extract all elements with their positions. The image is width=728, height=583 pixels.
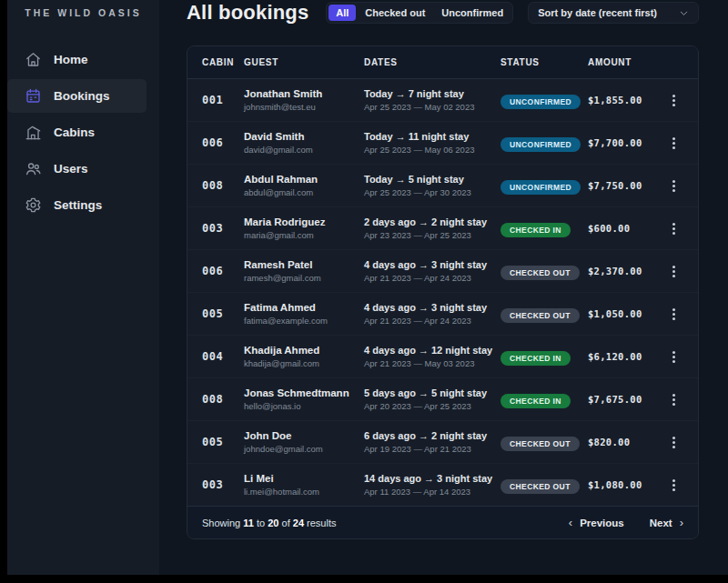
date-range: Apr 25 2023 — May 02 2023 [364, 102, 500, 112]
previous-button[interactable]: ‹ Previous [569, 517, 624, 528]
guest-cell: Li Mei li.mei@hotmail.com [244, 473, 364, 497]
guest-name: Li Mei [244, 473, 364, 484]
guest-email: johndoe@gmail.com [244, 444, 364, 454]
table-row: 004 Khadija Ahmed khadija@gmail.com 4 da… [187, 336, 698, 378]
guest-email: johnsmith@test.eu [244, 102, 364, 112]
dates-cell: 4 days ago → 3 night stay Apr 21 2023 — … [364, 259, 500, 283]
table-row: 001 Jonathan Smith johnsmith@test.eu Tod… [187, 79, 698, 122]
next-button[interactable]: Next › [650, 517, 683, 528]
cabin-number: 008 [202, 393, 244, 406]
cabin-number: 008 [202, 179, 244, 192]
guest-name: Jonas Schmedtmann [244, 387, 364, 398]
guest-email: abdul@gmail.com [244, 187, 364, 197]
sidebar-item-cabins[interactable]: Cabins [7, 116, 147, 149]
sidebar-item-home[interactable]: Home [7, 43, 147, 76]
status-filter-group: AllChecked outUnconfirmed [326, 2, 513, 24]
cabin-number: 003 [202, 478, 244, 491]
sort-select[interactable]: Sort by date (recent first) [528, 2, 699, 24]
kebab-icon [672, 270, 675, 273]
cabin-icon [25, 124, 42, 141]
gear-icon [25, 196, 42, 214]
kebab-icon [672, 484, 675, 487]
table-row: 008 Jonas Schmedtmann hello@jonas.io 5 d… [187, 378, 698, 421]
table-row: 008 Abdul Rahman abdul@gmail.com Today →… [187, 165, 698, 207]
dates-cell: Today → 7 night stay Apr 25 2023 — May 0… [364, 88, 500, 112]
status-badge: Checked in [500, 394, 571, 408]
guest-name: Abdul Rahman [244, 174, 364, 185]
amount: $7,675.00 [588, 394, 664, 405]
guest-cell: David Smith david@gmail.com [244, 131, 364, 155]
cabin-number: 005 [202, 436, 244, 448]
amount: $6,120.00 [588, 351, 664, 362]
table-footer: Showing 11 to 20 of 24 results ‹ Previou… [187, 506, 698, 538]
status-cell: Checked out [500, 477, 588, 494]
filter-unconfirmed[interactable]: Unconfirmed [434, 5, 511, 21]
guest-cell: John Doe johndoe@gmail.com [244, 430, 364, 454]
calendar-icon [25, 87, 42, 105]
column-header-guest: Guest [244, 57, 364, 67]
row-menu-button[interactable] [664, 266, 682, 276]
row-menu-button[interactable] [664, 181, 682, 191]
status-badge: Checked out [500, 308, 580, 323]
cabin-number: 001 [202, 94, 244, 106]
kebab-icon [672, 398, 675, 401]
dates-cell: 14 days ago → 3 night stay Apr 11 2023 —… [364, 473, 500, 497]
guest-cell: Jonas Schmedtmann hello@jonas.io [244, 387, 364, 411]
row-menu-button[interactable] [664, 395, 682, 405]
results-from: 11 [243, 518, 254, 528]
row-menu-button[interactable] [664, 309, 682, 319]
status-cell: Checked out [500, 434, 588, 451]
sidebar-item-bookings[interactable]: Bookings [7, 79, 147, 113]
pagination: ‹ Previous Next › [569, 517, 683, 528]
row-menu-button[interactable] [664, 480, 682, 490]
row-menu-button[interactable] [664, 352, 682, 362]
home-icon [25, 51, 42, 68]
kebab-icon [672, 99, 675, 102]
column-header-dates: Dates [364, 57, 500, 67]
users-icon [25, 160, 42, 177]
amount: $1,050.00 [588, 308, 664, 319]
row-menu-button[interactable] [664, 224, 682, 234]
app-frame: THE WILD OASIS Home Bookings Cabins User… [7, 0, 728, 575]
kebab-icon [672, 185, 675, 187]
status-cell: Unconfirmed [500, 135, 588, 152]
cabin-number: 004 [202, 350, 244, 363]
stay-summary: Today → 7 night stay [364, 88, 500, 99]
sidebar-item-users[interactable]: Users [7, 152, 147, 186]
results-to: 20 [268, 518, 278, 528]
kebab-icon [672, 227, 675, 230]
date-range: Apr 19 2023 — Apr 21 2023 [364, 444, 500, 454]
sidebar-item-settings[interactable]: Settings [7, 188, 147, 222]
filter-all[interactable]: All [329, 5, 356, 21]
guest-cell: Fatima Ahmed fatima@example.com [244, 302, 364, 326]
filter-checked-out[interactable]: Checked out [358, 5, 432, 21]
status-cell: Checked in [500, 391, 588, 408]
guest-cell: Abdul Rahman abdul@gmail.com [244, 174, 364, 197]
chevron-left-icon: ‹ [569, 517, 572, 528]
guest-cell: Maria Rodriguez maria@gmail.com [244, 216, 364, 240]
status-cell: Unconfirmed [500, 177, 588, 195]
sort-selected-value: Sort by date (recent first) [538, 7, 657, 18]
dates-cell: 6 days ago → 2 night stay Apr 19 2023 — … [364, 430, 500, 454]
stay-summary: 6 days ago → 2 night stay [364, 430, 500, 441]
row-menu-button[interactable] [664, 138, 682, 148]
kebab-icon [672, 441, 675, 444]
main-content: All bookings AllChecked outUnconfirmed S… [159, 0, 728, 575]
status-cell: Checked out [500, 263, 588, 280]
status-badge: Checked out [500, 266, 580, 280]
status-badge: Checked out [500, 479, 580, 494]
guest-name: Jonathan Smith [244, 88, 364, 99]
results-summary: Showing 11 to 20 of 24 results [202, 518, 337, 528]
status-badge: Checked out [500, 437, 580, 451]
date-range: Apr 25 2023 — May 06 2023 [364, 145, 500, 155]
table-row: 005 Fatima Ahmed fatima@example.com 4 da… [187, 293, 698, 336]
date-range: Apr 11 2023 — Apr 14 2023 [364, 487, 500, 497]
results-total: 24 [293, 518, 304, 528]
page-header: All bookings AllChecked outUnconfirmed S… [187, 0, 699, 25]
row-menu-button[interactable] [664, 437, 682, 447]
row-menu-button[interactable] [664, 95, 682, 106]
table-row: 006 David Smith david@gmail.com Today → … [187, 122, 698, 165]
table-row: 006 Ramesh Patel ramesh@gmail.com 4 days… [187, 250, 698, 293]
column-header-cabin: Cabin [202, 57, 244, 67]
dates-cell: 2 days ago → 2 night stay Apr 23 2023 — … [364, 216, 500, 240]
